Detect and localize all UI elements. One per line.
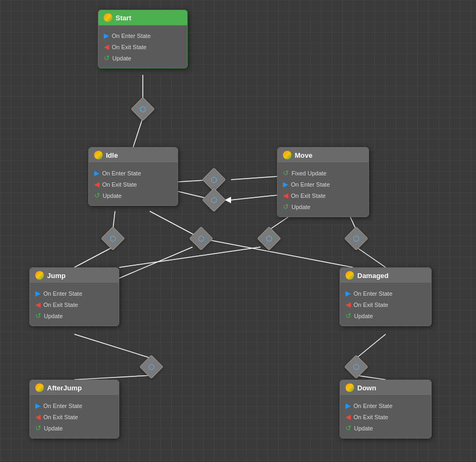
node-damaged-body: ▶ On Enter State ◀ On Exit State ↺ Updat… <box>340 283 431 326</box>
node-damaged-title: Damaged <box>357 272 389 280</box>
node-damaged-header: Damaged <box>340 268 431 283</box>
node-down-title: Down <box>357 384 376 392</box>
svg-line-20 <box>74 334 151 358</box>
svg-line-14 <box>119 247 260 267</box>
node-start-exit: ◀ On Exit State <box>104 41 182 52</box>
enter-icon: ▶ <box>104 32 109 40</box>
node-down-update: ↺ Update <box>346 422 426 434</box>
exit-icon: ◀ <box>346 301 351 309</box>
svg-line-5 <box>231 195 277 200</box>
node-move-body: ↺ Fixed Update ▶ On Enter State ◀ On Exi… <box>278 163 368 217</box>
node-move-enter: ▶ On Enter State <box>283 179 363 190</box>
node-down-body: ▶ On Enter State ◀ On Exit State ↺ Updat… <box>340 396 431 438</box>
exit-icon: ◀ <box>35 413 41 421</box>
update-icon: ↺ <box>346 312 351 320</box>
svg-line-18 <box>107 247 193 283</box>
node-move[interactable]: Move ↺ Fixed Update ▶ On Enter State ◀ O… <box>277 147 369 217</box>
node-move-icon <box>283 151 291 159</box>
diamond-d8[interactable]: ⬡ <box>139 355 163 379</box>
node-jump-icon <box>35 271 44 280</box>
node-down-exit: ◀ On Exit State <box>346 411 426 422</box>
node-start-icon <box>104 13 112 22</box>
diamond-d9-icon: ⬡ <box>353 363 359 371</box>
svg-line-22 <box>74 375 151 380</box>
diamond-d3[interactable]: ⬡ <box>202 188 226 212</box>
diamond-d7[interactable]: ⬡ <box>344 226 368 250</box>
node-afterjump-body: ▶ On Enter State ◀ On Exit State ↺ Updat… <box>30 396 119 438</box>
node-down-header: Down <box>340 380 431 396</box>
node-afterjump-exit: ◀ On Exit State <box>35 411 113 422</box>
node-start-title: Start <box>116 14 132 22</box>
update-icon: ↺ <box>35 424 41 432</box>
svg-line-17 <box>356 247 386 267</box>
node-down[interactable]: Down ▶ On Enter State ◀ On Exit State ↺ … <box>340 380 432 438</box>
diamond-d3-icon: ⬡ <box>211 196 217 204</box>
node-move-header: Move <box>278 148 368 163</box>
node-down-icon <box>346 383 354 392</box>
diamond-d4-icon: ⬡ <box>110 234 116 243</box>
exit-icon: ◀ <box>35 301 41 309</box>
enter-icon: ▶ <box>35 289 41 297</box>
node-damaged-icon <box>346 271 354 280</box>
node-afterjump-icon <box>35 383 44 392</box>
node-start-header: Start <box>98 10 187 26</box>
node-start-update: ↺ Update <box>104 52 182 64</box>
node-start-body: ▶ On Enter State ◀ On Exit State ↺ Updat… <box>98 26 187 68</box>
node-afterjump-title: AfterJump <box>47 384 82 392</box>
enter-icon: ▶ <box>346 402 351 410</box>
node-damaged-update: ↺ Update <box>346 310 426 321</box>
update-icon: ↺ <box>94 191 100 199</box>
node-start[interactable]: Start ▶ On Enter State ◀ On Exit State ↺… <box>98 10 188 68</box>
diamond-d5-icon: ⬡ <box>198 234 204 243</box>
svg-line-4 <box>231 176 277 180</box>
diamond-d9[interactable]: ⬡ <box>344 355 368 379</box>
node-jump-title: Jump <box>47 272 66 280</box>
node-idle-exit: ◀ On Exit State <box>94 179 172 190</box>
node-move-update: ↺ Update <box>283 201 363 212</box>
svg-line-19 <box>201 238 353 267</box>
node-idle-icon <box>94 151 103 159</box>
state-machine-canvas: Start ▶ On Enter State ◀ On Exit State ↺… <box>0 0 476 462</box>
node-jump-body: ▶ On Enter State ◀ On Exit State ↺ Updat… <box>30 283 119 326</box>
node-jump-enter: ▶ On Enter State <box>35 288 113 299</box>
diamond-d4[interactable]: ⬡ <box>101 226 125 250</box>
exit-icon: ◀ <box>94 180 99 188</box>
node-jump-header: Jump <box>30 268 119 283</box>
node-idle[interactable]: Idle ▶ On Enter State ◀ On Exit State ↺ … <box>88 147 178 206</box>
node-move-title: Move <box>295 151 312 159</box>
node-idle-title: Idle <box>106 151 118 159</box>
fixed-icon: ↺ <box>283 169 289 177</box>
diamond-d6[interactable]: ⬡ <box>257 226 281 250</box>
node-afterjump-header: AfterJump <box>30 380 119 396</box>
node-down-enter: ▶ On Enter State <box>346 400 426 411</box>
enter-icon: ▶ <box>35 402 41 410</box>
node-idle-header: Idle <box>89 148 178 163</box>
node-move-fixed: ↺ Fixed Update <box>283 167 363 179</box>
diamond-d7-icon: ⬡ <box>353 234 359 243</box>
svg-line-23 <box>356 334 386 358</box>
svg-line-25 <box>356 375 386 380</box>
update-icon: ↺ <box>104 54 110 62</box>
exit-icon: ◀ <box>346 413 351 421</box>
diamond-d5[interactable]: ⬡ <box>189 226 213 250</box>
node-afterjump[interactable]: AfterJump ▶ On Enter State ◀ On Exit Sta… <box>29 380 119 438</box>
enter-icon: ▶ <box>346 289 351 297</box>
diamond-d8-icon: ⬡ <box>148 363 155 371</box>
node-afterjump-enter: ▶ On Enter State <box>35 400 113 411</box>
enter-icon: ▶ <box>283 180 288 188</box>
node-damaged-enter: ▶ On Enter State <box>346 288 426 299</box>
node-jump-exit: ◀ On Exit State <box>35 299 113 310</box>
svg-line-10 <box>74 247 113 267</box>
node-damaged[interactable]: Damaged ▶ On Enter State ◀ On Exit State… <box>340 267 432 326</box>
update-icon: ↺ <box>346 424 351 432</box>
node-move-exit: ◀ On Exit State <box>283 190 363 201</box>
node-idle-body: ▶ On Enter State ◀ On Exit State ↺ Updat… <box>89 163 178 205</box>
node-idle-update: ↺ Update <box>94 190 172 201</box>
node-jump[interactable]: Jump ▶ On Enter State ◀ On Exit State ↺ … <box>29 267 119 326</box>
node-damaged-exit: ◀ On Exit State <box>346 299 426 310</box>
exit-icon: ◀ <box>283 191 288 199</box>
diamond-d1[interactable]: ⬡ <box>130 97 155 121</box>
diamond-d1-icon: ⬡ <box>140 105 146 113</box>
node-afterjump-update: ↺ Update <box>35 422 113 434</box>
enter-icon: ▶ <box>94 169 99 177</box>
